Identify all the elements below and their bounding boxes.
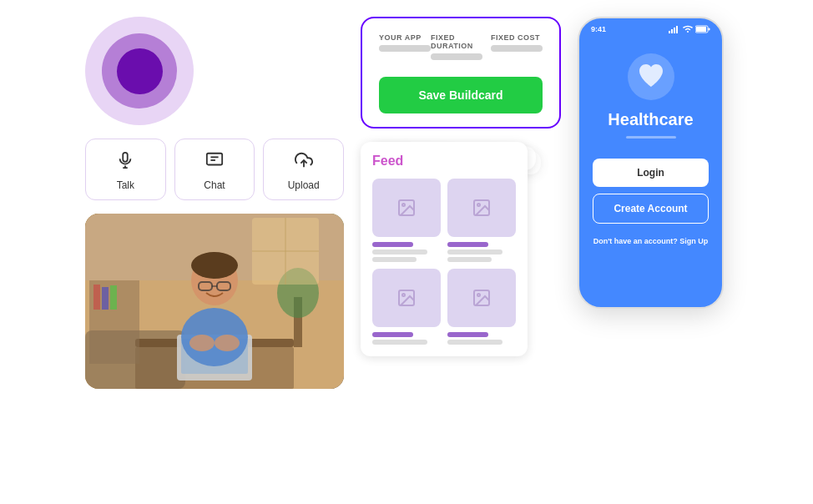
create-account-button[interactable]: Create Account bbox=[593, 194, 709, 224]
feed-bar-2c bbox=[447, 257, 492, 262]
talk-button[interactable]: Talk bbox=[85, 139, 166, 200]
feed-bar-1b bbox=[372, 249, 427, 255]
phone-status-bar: 9:41 bbox=[579, 18, 722, 37]
phone-content: Healthcare Login Create Account Don't ha… bbox=[579, 37, 722, 307]
feed-item-1 bbox=[372, 179, 441, 262]
logo-inner-circle bbox=[117, 48, 163, 94]
phone-time: 9:41 bbox=[591, 25, 606, 33]
svg-rect-39 bbox=[669, 31, 670, 33]
feed-bar-4a bbox=[447, 332, 488, 337]
feed-bar-2b bbox=[447, 249, 502, 255]
talk-label: Talk bbox=[117, 179, 134, 191]
feed-item-3 bbox=[372, 269, 441, 345]
feed-bar-2a bbox=[447, 242, 488, 247]
bc-col-cost: FIXED COST bbox=[491, 33, 543, 60]
phone-mockup: 9:41 bbox=[578, 17, 724, 309]
health-divider bbox=[626, 136, 676, 139]
feed-bar-3b bbox=[372, 340, 427, 345]
bc-cost-label: FIXED COST bbox=[491, 33, 543, 42]
logo-mid-circle bbox=[102, 33, 177, 108]
feed-stack: Feed bbox=[361, 142, 544, 401]
chat-label: Chat bbox=[204, 179, 225, 191]
svg-point-34 bbox=[477, 204, 480, 206]
svg-point-15 bbox=[191, 252, 238, 279]
feed-image-4 bbox=[447, 269, 516, 327]
photo-card bbox=[85, 214, 344, 389]
feed-item-4 bbox=[447, 269, 516, 345]
feed-bar-1c bbox=[372, 257, 417, 262]
svg-point-32 bbox=[402, 204, 405, 206]
svg-rect-27 bbox=[110, 285, 117, 310]
feed-image-3 bbox=[372, 269, 441, 327]
svg-rect-0 bbox=[124, 153, 129, 162]
svg-rect-3 bbox=[207, 154, 222, 165]
save-buildcard-button[interactable]: Save Buildcard bbox=[379, 77, 543, 113]
feed-bar-3a bbox=[372, 332, 413, 337]
status-icons bbox=[669, 25, 710, 33]
svg-point-38 bbox=[477, 294, 480, 296]
health-heart-icon bbox=[628, 53, 674, 100]
left-column: Talk Chat bbox=[85, 17, 344, 389]
svg-rect-41 bbox=[674, 28, 675, 33]
main-layout: Talk Chat bbox=[0, 0, 813, 504]
chat-icon bbox=[205, 151, 224, 174]
health-app-title: Healthcare bbox=[608, 110, 693, 129]
svg-rect-45 bbox=[709, 28, 710, 31]
feed-bar-1a bbox=[372, 242, 413, 247]
photo-placeholder bbox=[85, 214, 344, 389]
feed-title: Feed bbox=[372, 154, 516, 169]
action-buttons-row: Talk Chat bbox=[85, 139, 344, 200]
upload-icon bbox=[295, 151, 313, 174]
chat-button[interactable]: Chat bbox=[174, 139, 255, 200]
middle-column: YOUR APP FIXED DURATION FIXED COST Save … bbox=[361, 17, 561, 401]
upload-label: Upload bbox=[288, 179, 320, 191]
bc-app-label: YOUR APP bbox=[379, 33, 431, 42]
upload-button[interactable]: Upload bbox=[263, 139, 344, 200]
bc-app-bar bbox=[379, 45, 431, 52]
logo-circle bbox=[85, 17, 194, 125]
svg-point-36 bbox=[402, 294, 405, 296]
svg-point-20 bbox=[189, 335, 215, 351]
svg-rect-25 bbox=[93, 285, 100, 310]
feed-bar-4b bbox=[447, 340, 502, 345]
svg-rect-26 bbox=[102, 287, 109, 310]
signup-text: Don't have an account? Sign Up bbox=[593, 237, 709, 245]
feed-card-main: Feed bbox=[361, 142, 528, 356]
bc-cost-bar bbox=[491, 45, 543, 52]
feed-grid bbox=[372, 179, 516, 345]
svg-point-21 bbox=[215, 335, 240, 351]
login-button[interactable]: Login bbox=[593, 159, 709, 187]
right-column: 9:41 bbox=[578, 17, 728, 309]
svg-rect-40 bbox=[671, 29, 673, 33]
bc-duration-bar bbox=[431, 53, 482, 60]
feed-item-2 bbox=[447, 179, 516, 262]
svg-rect-42 bbox=[676, 26, 678, 33]
buildcard-panel: YOUR APP FIXED DURATION FIXED COST Save … bbox=[361, 17, 561, 129]
bc-col-app: YOUR APP bbox=[379, 33, 431, 60]
feed-image-2 bbox=[447, 179, 516, 237]
feed-image-1 bbox=[372, 179, 441, 237]
buildcard-header: YOUR APP FIXED DURATION FIXED COST bbox=[379, 33, 543, 60]
svg-rect-44 bbox=[696, 27, 706, 32]
mic-icon bbox=[116, 151, 134, 174]
svg-point-19 bbox=[181, 308, 248, 366]
bc-col-duration: FIXED DURATION bbox=[431, 33, 491, 60]
bc-duration-label: FIXED DURATION bbox=[431, 33, 491, 50]
